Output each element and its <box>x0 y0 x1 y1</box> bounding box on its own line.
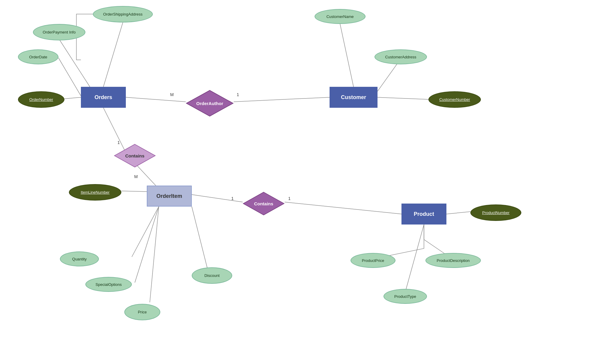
attribute-discount[interactable]: Discount <box>192 267 232 284</box>
attribute-orderpaymentinfo[interactable]: OrderPayment Info <box>33 24 85 40</box>
attribute-customeraddress[interactable]: CustomerAddress <box>375 49 427 64</box>
relationship-contains1[interactable]: Contains <box>114 144 156 168</box>
attribute-ordernumber[interactable]: OrderNumber <box>18 91 64 108</box>
svg-line-14 <box>150 207 159 302</box>
svg-line-16 <box>192 195 243 202</box>
attribute-productdescription[interactable]: ProductDescription <box>425 253 481 268</box>
relationship-contains2[interactable]: Contains <box>243 192 285 216</box>
attribute-ordershippingaddress[interactable]: OrderShippingAddress <box>93 6 153 22</box>
cardinality-m1: M <box>170 92 174 97</box>
cardinality-1-1: 1 <box>237 92 239 97</box>
svg-line-5 <box>234 97 330 102</box>
entity-product[interactable]: Product <box>401 204 446 225</box>
attribute-productnumber[interactable]: ProductNumber <box>470 204 521 221</box>
svg-line-4 <box>126 97 186 102</box>
entity-orderitem[interactable]: OrderItem <box>147 186 192 207</box>
attribute-customername[interactable]: CustomerName <box>315 9 366 24</box>
cardinality-1-4: 1 <box>288 196 291 201</box>
svg-line-17 <box>285 202 401 214</box>
attribute-orderdate[interactable]: OrderDate <box>18 49 58 64</box>
svg-line-15 <box>192 207 209 275</box>
svg-line-2 <box>58 58 81 96</box>
cardinality-m2: M <box>134 174 138 179</box>
attribute-producttype[interactable]: ProductType <box>383 289 427 304</box>
svg-line-13 <box>135 207 159 283</box>
svg-line-8 <box>378 97 428 99</box>
connection-lines <box>0 0 610 364</box>
svg-line-3 <box>64 97 81 99</box>
attribute-price[interactable]: Price <box>124 304 160 320</box>
attribute-productprice[interactable]: ProductPrice <box>351 253 395 268</box>
relationship-orderauthor[interactable]: OrderAuthor <box>186 90 234 117</box>
attribute-quantity[interactable]: Quantity <box>60 251 99 266</box>
er-diagram: Orders Customer OrderItem Product OrderA… <box>0 0 610 364</box>
cardinality-1-3: 1 <box>231 196 234 201</box>
svg-line-11 <box>121 191 147 192</box>
svg-line-0 <box>103 22 123 87</box>
entity-orders[interactable]: Orders <box>81 87 126 108</box>
svg-line-12 <box>132 207 159 257</box>
entity-customer[interactable]: Customer <box>330 87 378 108</box>
cardinality-1-2: 1 <box>117 140 120 145</box>
svg-line-1 <box>60 40 90 87</box>
attribute-itemlinenumber[interactable]: ItemLineNumber <box>69 184 121 201</box>
svg-line-6 <box>340 24 354 87</box>
svg-line-19 <box>404 225 424 295</box>
attribute-customernumber[interactable]: CustomerNumber <box>428 91 481 108</box>
attribute-specialoptions[interactable]: SpecialOptions <box>85 277 132 292</box>
svg-line-18 <box>446 212 470 214</box>
